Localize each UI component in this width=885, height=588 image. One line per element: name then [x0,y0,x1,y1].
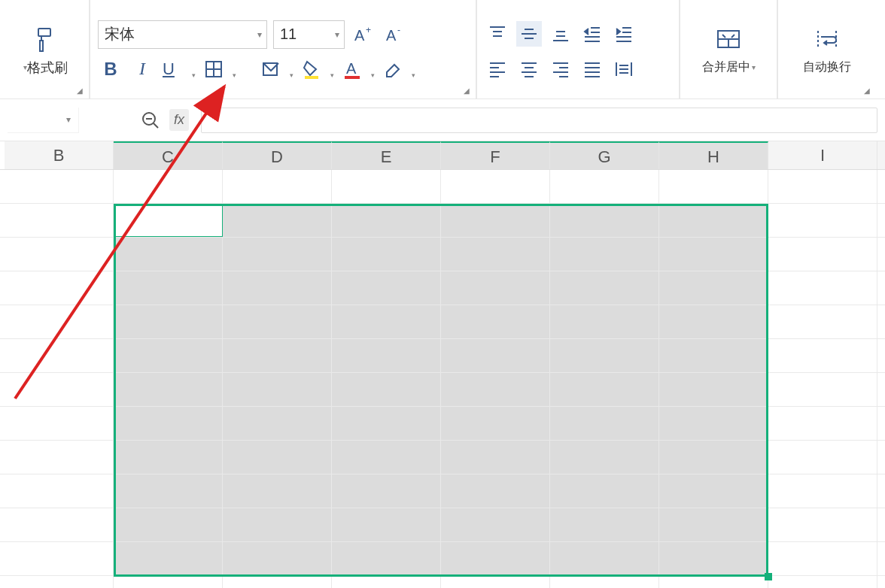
table-row[interactable] [0,305,885,339]
chevron-down-icon[interactable]: ▾ [750,63,756,71]
cell[interactable] [5,204,114,237]
group-font: 宋体 ▾ 11 ▾ A+ A- B I U ▾ [90,0,477,99]
chevron-down-icon: ▾ [335,29,339,40]
grid-body[interactable] [0,170,885,588]
col-header[interactable]: B [5,141,114,169]
font-size-combo[interactable]: 11 ▾ [273,20,345,49]
merge-label[interactable]: 合并居中 [702,59,750,75]
caret-icon[interactable]: ▾ [22,63,27,71]
table-row[interactable] [0,542,885,576]
group-alignment [477,0,680,99]
cell[interactable] [768,170,877,203]
column-header-row: B C D E F G H I [0,141,885,170]
chevron-down-icon: ▾ [330,71,334,79]
group-expand-icon[interactable]: ◢ [75,86,84,95]
col-header[interactable]: C [114,141,223,169]
cell-style-button[interactable]: ▾ [259,56,293,82]
name-box[interactable]: ▾ [8,108,79,133]
justify-icon[interactable] [579,56,605,81]
cell[interactable] [441,204,550,237]
svg-rect-11 [345,76,360,79]
fill-handle[interactable] [765,573,772,580]
bold-button[interactable]: B [98,56,123,82]
col-header[interactable]: E [332,141,441,169]
col-header[interactable]: G [550,141,659,169]
align-bottom-icon[interactable] [548,21,573,47]
cell[interactable] [550,204,659,237]
font-color-button[interactable]: A ▾ [340,56,375,82]
table-row[interactable] [0,339,885,373]
chevron-down-icon: ▾ [257,29,262,40]
cell[interactable] [768,204,877,237]
table-row[interactable] [0,271,885,305]
chevron-down-icon: ▾ [290,71,293,79]
cell[interactable] [5,170,114,203]
cell[interactable] [114,170,223,203]
table-row[interactable] [0,170,885,204]
zoom-out-icon[interactable] [139,109,162,132]
table-row[interactable] [0,407,885,441]
col-header[interactable]: I [768,141,877,169]
table-row[interactable] [0,576,885,588]
align-top-icon[interactable] [485,21,510,47]
underline-button[interactable]: U ▾ [161,56,196,82]
formula-bar: ▾ fx [0,99,885,141]
increase-font-icon[interactable]: A+ [351,22,376,47]
chevron-down-icon: ▾ [233,71,236,79]
align-right-icon[interactable] [548,56,573,81]
group-merge: 合并居中 ▾ [680,0,778,99]
cell[interactable] [223,170,332,203]
wrap-text-icon[interactable] [814,26,841,56]
svg-text:A: A [346,60,357,77]
active-cell[interactable] [114,204,223,237]
cell[interactable] [441,170,550,203]
svg-text:A: A [354,27,365,44]
cell[interactable] [550,170,659,203]
eraser-button[interactable]: ▾ [381,56,415,82]
table-row[interactable] [0,441,885,474]
align-middle-icon[interactable] [516,21,542,47]
decrease-indent-icon[interactable] [579,21,605,47]
svg-line-54 [154,123,158,128]
format-painter-icon[interactable] [31,26,58,56]
cell[interactable] [332,204,441,237]
spreadsheet-grid[interactable]: B C D E F G H I [0,141,885,588]
table-row[interactable] [0,474,885,508]
align-center-icon[interactable] [516,56,542,81]
increase-indent-icon[interactable] [611,21,637,47]
format-painter-label[interactable]: 格式刷 [27,59,68,77]
group-expand-icon[interactable]: ◢ [462,86,471,95]
svg-rect-9 [305,76,318,79]
chevron-down-icon: ▾ [192,71,196,79]
table-row[interactable] [0,373,885,407]
borders-button[interactable]: ▾ [202,56,236,82]
group-expand-icon[interactable]: ◢ [862,86,871,95]
svg-text:+: + [366,25,371,35]
group-clipboard: ▾ 格式刷 ◢ [0,0,90,99]
decrease-font-icon[interactable]: A- [382,22,408,47]
wrap-label[interactable]: 自动换行 [803,59,851,75]
align-left-icon[interactable] [485,56,510,81]
merge-center-icon[interactable] [715,26,742,56]
col-header[interactable]: H [659,141,768,169]
cell[interactable] [659,204,768,237]
col-header[interactable]: F [441,141,550,169]
chevron-down-icon: ▾ [412,71,415,79]
fill-color-button[interactable]: ▾ [300,56,334,82]
table-row[interactable] [0,508,885,542]
cell[interactable] [659,170,768,203]
italic-button[interactable]: I [129,56,155,82]
fx-label[interactable]: fx [169,109,189,131]
svg-text:A: A [386,27,397,44]
chevron-down-icon: ▾ [371,71,375,79]
col-header[interactable]: D [223,141,332,169]
group-wrap: 自动换行 ◢ [778,0,876,99]
font-name-combo[interactable]: 宋体 ▾ [98,20,267,49]
distribute-icon[interactable] [611,56,637,81]
cell[interactable] [332,170,441,203]
table-row[interactable] [0,204,885,238]
cell[interactable] [223,204,332,237]
table-row[interactable] [0,238,885,271]
font-size-value: 11 [280,26,297,43]
formula-input[interactable] [201,108,877,133]
